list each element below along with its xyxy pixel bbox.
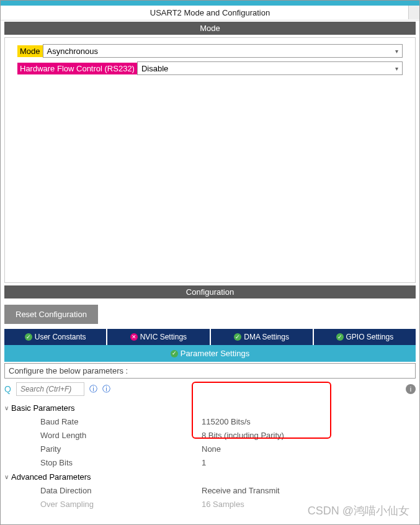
tabs-row-top: ✓ User Constants ✕ NVIC Settings ✓ DMA S… <box>4 329 416 345</box>
param-baud-rate[interactable]: Baud Rate 115200 Bits/s <box>4 415 416 429</box>
search-input[interactable] <box>16 382 84 396</box>
check-icon: ✓ <box>25 333 32 341</box>
param-label: Over Sampling <box>40 498 202 511</box>
hw-flow-label: Hardware Flow Control (RS232) <box>17 63 137 74</box>
param-label: Word Length <box>40 429 202 442</box>
chevron-down-icon: ▾ <box>395 65 398 72</box>
param-parity[interactable]: Parity None <box>4 442 416 456</box>
chevron-down-icon[interactable]: ∨ <box>4 405 9 411</box>
group-advanced-parameters[interactable]: Advanced Parameters <box>11 472 91 482</box>
parameters-tree: ∨ Basic Parameters Baud Rate 115200 Bits… <box>4 398 416 514</box>
param-value: 16 Samples <box>202 498 244 511</box>
param-label: Data Direction <box>40 484 202 498</box>
check-icon: ✓ <box>336 333 344 341</box>
mode-panel: Mode Asynchronous ▾ Hardware Flow Contro… <box>4 37 416 283</box>
scroll-corner <box>408 6 419 19</box>
param-value: 115200 Bits/s <box>202 415 251 429</box>
tab-label: User Constants <box>35 333 86 341</box>
chevron-down-icon: ▾ <box>395 48 398 55</box>
check-icon: ✓ <box>234 333 241 341</box>
hw-flow-value: Disable <box>141 64 168 73</box>
param-word-length[interactable]: Word Length 8 Bits (including Parity) <box>4 429 416 442</box>
tab-label: NVIC Settings <box>140 333 187 341</box>
mode-label: Mode <box>17 45 43 57</box>
param-value: 1 <box>202 456 206 470</box>
tab-user-constants[interactable]: ✓ User Constants <box>4 329 106 345</box>
param-data-direction[interactable]: Data Direction Receive and Transmit <box>4 484 416 498</box>
tab-dma-settings[interactable]: ✓ DMA Settings <box>211 329 313 345</box>
tab-gpio-settings[interactable]: ✓ GPIO Settings <box>314 329 416 345</box>
mode-select-value: Asynchronous <box>47 47 98 56</box>
mode-header: Mode <box>4 22 416 35</box>
param-stop-bits[interactable]: Stop Bits 1 <box>4 456 416 470</box>
prev-icon[interactable]: ⓘ <box>89 384 97 395</box>
reset-config-button[interactable]: Reset Configuration <box>4 305 98 324</box>
info-icon[interactable]: i <box>406 384 416 394</box>
next-icon[interactable]: ⓘ <box>102 384 110 395</box>
tab-label: Parameter Settings <box>181 349 249 358</box>
param-value: 8 Bits (including Parity) <box>202 429 284 442</box>
param-label: Baud Rate <box>40 415 202 429</box>
page-title: USART2 Mode and Configuration <box>1 6 419 20</box>
configure-instruction: Configure the below parameters : <box>4 363 416 379</box>
search-icon[interactable]: Q <box>4 384 11 394</box>
x-icon: ✕ <box>130 333 138 341</box>
param-label: Stop Bits <box>40 456 202 470</box>
param-value: Receive and Transmit <box>202 484 280 498</box>
top-accent-bar <box>1 1 419 6</box>
group-basic-parameters[interactable]: Basic Parameters <box>11 403 75 413</box>
param-value: None <box>202 442 221 456</box>
mode-select[interactable]: Asynchronous ▾ <box>43 44 403 58</box>
configuration-header: Configuration <box>4 285 416 298</box>
param-over-sampling: Over Sampling 16 Samples <box>4 498 416 511</box>
tab-label: DMA Settings <box>244 333 289 341</box>
tab-parameter-settings[interactable]: ✓ Parameter Settings <box>4 345 416 362</box>
tab-label: GPIO Settings <box>346 333 394 341</box>
param-label: Parity <box>40 442 202 456</box>
tab-nvic-settings[interactable]: ✕ NVIC Settings <box>107 329 209 345</box>
hw-flow-select[interactable]: Disable ▾ <box>137 61 403 75</box>
chevron-down-icon[interactable]: ∨ <box>4 473 9 480</box>
check-icon: ✓ <box>171 350 178 357</box>
